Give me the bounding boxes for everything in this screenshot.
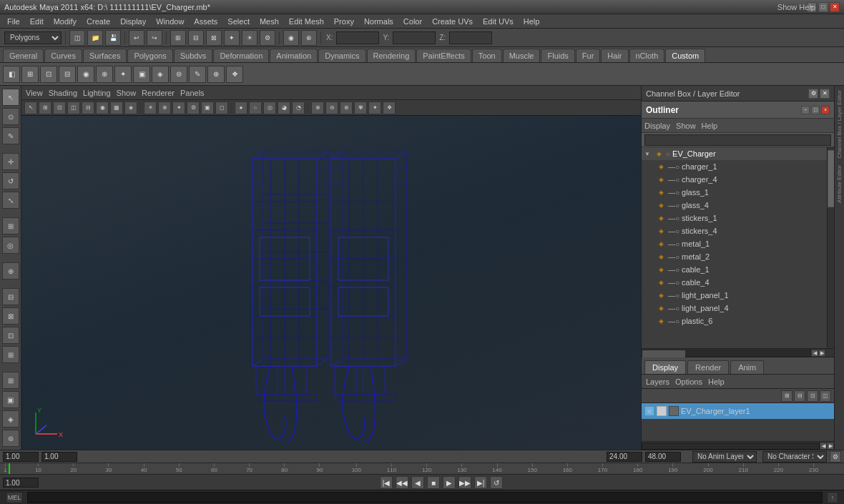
menu-color[interactable]: Color xyxy=(399,16,426,27)
ol-item-cable-4[interactable]: ◈ —○ cable_4 xyxy=(642,276,834,289)
outliner-minimize[interactable]: − xyxy=(801,106,810,114)
ly-menu-options[interactable]: Options xyxy=(675,377,702,386)
shelf-tab-muscle[interactable]: Muscle xyxy=(503,49,541,62)
timeline-settings-btn[interactable]: ⚙ xyxy=(830,451,841,463)
strip-label-channel[interactable]: Channel Box / Layer Editor xyxy=(835,87,843,162)
shelf-tab-polygons[interactable]: Polygons xyxy=(127,49,172,62)
toolbar-btn-1[interactable]: ◫ xyxy=(69,30,85,46)
vp-icon-22[interactable]: ⊗ xyxy=(340,102,353,114)
outliner-hscrollbar[interactable]: ◀ ▶ xyxy=(642,348,834,357)
shelf-icon-9[interactable]: ◈ xyxy=(152,66,169,83)
strip-label-attribute[interactable]: Attribute Editor xyxy=(835,162,843,206)
shelf-icon-2[interactable]: ⊞ xyxy=(21,66,39,83)
transport-to-end[interactable]: ▶| xyxy=(474,476,487,489)
toolbar-btn-8[interactable]: ⊠ xyxy=(206,30,222,46)
toolbar-btn-6[interactable]: ⊞ xyxy=(170,30,186,46)
menu-window[interactable]: Window xyxy=(152,16,188,27)
start-frame-input[interactable] xyxy=(607,452,642,462)
toolbar-btn-13[interactable]: ⊕ xyxy=(301,30,317,46)
ol-menu-show[interactable]: Show xyxy=(676,122,696,130)
layer-icon-4[interactable]: ◫ xyxy=(820,390,831,402)
frame-display[interactable] xyxy=(41,452,77,462)
layer-tab-anim[interactable]: Anim xyxy=(730,360,764,374)
layer-icon-3[interactable]: ⊡ xyxy=(807,390,818,402)
character-select[interactable]: No Character Set xyxy=(762,451,827,463)
outliner-scrollbar[interactable] xyxy=(827,147,834,348)
x-input[interactable] xyxy=(336,31,379,44)
vp-icon-3[interactable]: ⊡ xyxy=(53,102,66,114)
outliner-close[interactable]: × xyxy=(821,106,830,114)
transport-step-back[interactable]: ◀◀ xyxy=(396,476,408,489)
shelf-icon-12[interactable]: ⊕ xyxy=(207,66,225,83)
tool-lasso[interactable]: ⊙ xyxy=(2,108,19,125)
layer-tab-render[interactable]: Render xyxy=(687,360,729,374)
vp-menu-panels[interactable]: Panels xyxy=(180,89,205,97)
vp-icon-11[interactable]: ✦ xyxy=(172,102,185,114)
toolbar-btn-12[interactable]: ◉ xyxy=(283,30,299,46)
menu-edit-uvs[interactable]: Edit UVs xyxy=(479,16,518,27)
tool-history[interactable]: ⊞ xyxy=(2,372,19,389)
tool-universal[interactable]: ⊞ xyxy=(2,217,19,234)
tool-snap-grid[interactable]: ⊟ xyxy=(2,288,19,305)
vp-light-btn[interactable]: ☀ xyxy=(144,102,157,114)
menu-select[interactable]: Select xyxy=(223,16,254,27)
outliner-hscrollbar-thumb[interactable] xyxy=(642,350,685,357)
vp-icon-5[interactable]: ⊟ xyxy=(82,102,94,114)
vp-icon-13[interactable]: ▣ xyxy=(201,102,214,114)
vp-menu-lighting[interactable]: Lighting xyxy=(83,89,111,97)
toolbar-btn-2[interactable]: 📁 xyxy=(87,30,103,46)
menu-edit-mesh[interactable]: Edit Mesh xyxy=(285,16,328,27)
toolbar-btn-7[interactable]: ⊟ xyxy=(188,30,204,46)
vp-icon-19[interactable]: ◔ xyxy=(292,102,305,114)
vp-menu-view[interactable]: View xyxy=(26,89,43,97)
ol-item-stickers-1[interactable]: ◈ —○ stickers_1 xyxy=(642,212,834,224)
layer-vis[interactable] xyxy=(657,406,667,416)
toolbar-btn-5[interactable]: ↪ xyxy=(147,30,162,46)
transport-stop[interactable]: ■ xyxy=(427,476,440,489)
tool-move[interactable]: ✛ xyxy=(2,153,19,170)
layer-tab-display[interactable]: Display xyxy=(644,360,686,374)
tool-rotate[interactable]: ↺ xyxy=(2,172,19,189)
menu-create-uvs[interactable]: Create UVs xyxy=(428,16,477,27)
layer-color[interactable] xyxy=(669,406,679,416)
toolbar-btn-9[interactable]: ✦ xyxy=(224,30,240,46)
shelf-tab-dynamics[interactable]: Dynamics xyxy=(318,49,365,62)
channel-box-settings[interactable]: ⚙ xyxy=(808,89,818,99)
outliner-scroll-right[interactable]: ▶ xyxy=(818,350,825,357)
channel-box-close[interactable]: ✕ xyxy=(820,89,830,99)
shelf-tab-subdvs[interactable]: Subdvs xyxy=(174,49,213,62)
toolbar-btn-3[interactable]: 💾 xyxy=(105,30,121,46)
tool-ipr[interactable]: ◈ xyxy=(2,410,19,428)
shelf-icon-13[interactable]: ❖ xyxy=(226,66,243,83)
shelf-tab-deformation[interactable]: Deformation xyxy=(213,49,269,62)
tool-select[interactable]: ↖ xyxy=(2,89,19,106)
vp-menu-shading[interactable]: Shading xyxy=(49,89,77,97)
shelf-tab-curves[interactable]: Curves xyxy=(44,49,82,62)
shelf-icon-7[interactable]: ✦ xyxy=(114,66,132,83)
outliner-search-input[interactable] xyxy=(644,134,831,146)
vp-icon-16[interactable]: ○ xyxy=(249,102,262,114)
menu-help[interactable]: Help xyxy=(519,16,544,27)
ol-item-stickers-4[interactable]: ◈ —○ stickers_4 xyxy=(642,224,834,237)
vp-icon-10[interactable]: ⊕ xyxy=(158,102,171,114)
ol-item-charger-1[interactable]: ◈ —○ charger_1 xyxy=(642,160,834,173)
y-input[interactable] xyxy=(393,31,436,44)
menu-proxy[interactable]: Proxy xyxy=(330,16,358,27)
current-frame-input[interactable] xyxy=(3,452,39,462)
toolbar-btn-11[interactable]: ⚙ xyxy=(260,30,275,46)
vp-icon-4[interactable]: ◫ xyxy=(67,102,80,114)
maximize-button[interactable]: □ xyxy=(818,2,828,12)
playhead[interactable] xyxy=(9,463,10,474)
mel-python-toggle[interactable]: MEL xyxy=(6,492,23,503)
ol-item-light-panel-1[interactable]: ◈ —○ light_panel_1 xyxy=(642,289,834,302)
menu-create[interactable]: Create xyxy=(82,16,114,27)
ol-menu-display[interactable]: Display xyxy=(644,122,670,130)
tool-snap-curve[interactable]: ⊠ xyxy=(2,307,19,325)
mode-selector[interactable]: Polygons xyxy=(4,31,62,44)
ol-item-glass-1[interactable]: ◈ —○ glass_1 xyxy=(642,186,834,199)
vp-icon-8[interactable]: ◈ xyxy=(124,102,137,114)
ol-item-cable-1[interactable]: ◈ —○ cable_1 xyxy=(642,263,834,276)
shelf-icon-10[interactable]: ⊜ xyxy=(170,66,187,83)
shelf-tab-ncloth[interactable]: nCloth xyxy=(629,49,665,62)
shelf-tab-animation[interactable]: Animation xyxy=(270,49,318,62)
